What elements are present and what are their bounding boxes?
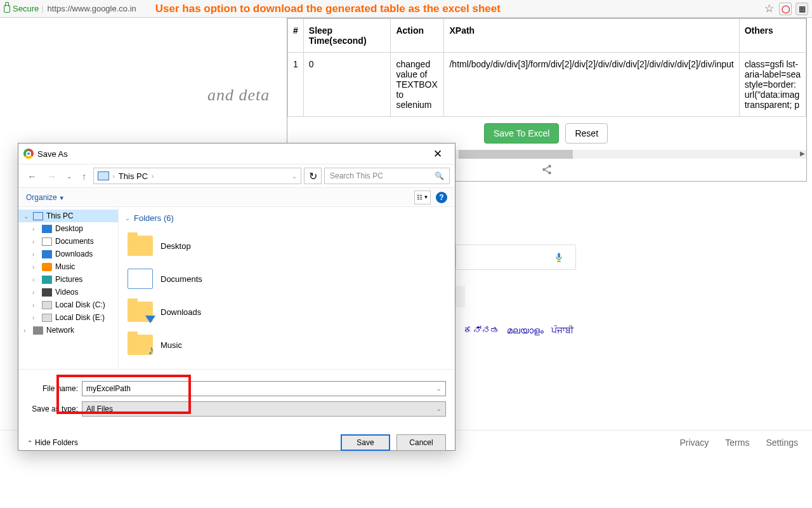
filename-input[interactable]: myExcelPath⌄ [82, 381, 446, 396]
dialog-nav: ← → ⌄ ↑ › This PC › ⌄ ↻ Search This PC 🔍 [18, 164, 455, 188]
background-text: and deta [207, 86, 270, 105]
dialog-title: Save As [37, 149, 68, 159]
lang-kn[interactable]: ಕನ್ನಡ [463, 325, 499, 335]
tree-node-network[interactable]: ›Network [18, 324, 118, 337]
dialog-titlebar[interactable]: Save As ✕ [18, 144, 455, 164]
footer-terms[interactable]: Terms [725, 438, 749, 448]
cell-others: class=gsfi lst- aria-label=sea style=bor… [739, 53, 806, 117]
tree-node-desktop[interactable]: ›Desktop [18, 222, 118, 235]
footer-privacy[interactable]: Privacy [679, 438, 709, 448]
google-search-box-fragment[interactable] [455, 244, 576, 270]
lang-ml[interactable]: മലയാളം [507, 325, 544, 335]
bookmark-star-icon[interactable]: ☆ [759, 2, 779, 15]
lock-icon [4, 5, 10, 13]
chrome-icon [23, 149, 34, 159]
tree-node-pictures[interactable]: ›Pictures [18, 273, 118, 286]
svg-rect-1 [557, 261, 560, 262]
dialog-buttons: ⌃Hide Folders Save Cancel [18, 427, 455, 458]
col-action: Action [391, 19, 444, 53]
breadcrumb-text: This PC [119, 171, 148, 181]
nav-forward-icon[interactable]: → [43, 170, 60, 183]
search-placeholder: Search This PC [330, 171, 383, 180]
folder-music[interactable]: Music [125, 328, 449, 361]
language-links: ಕನ್ನಡ മലയാളം ਪੰਜਾਬੀ [463, 325, 579, 336]
cell-action: changed value of TEXTBOX to selenium [391, 53, 444, 117]
tree-node-downloads[interactable]: ›Downloads [18, 248, 118, 260]
extension1-icon[interactable]: ◯ [779, 3, 792, 15]
cell-sleep: 0 [303, 53, 391, 117]
folders-header[interactable]: ⌄Folders (6) [125, 211, 449, 229]
col-num: # [288, 19, 304, 53]
lang-pa[interactable]: ਪੰਜਾਬੀ [551, 325, 573, 335]
table-row: 1 0 changed value of TEXTBOX to selenium… [288, 53, 806, 117]
save-to-excel-button[interactable]: Save To Excel [484, 123, 559, 144]
col-others: Others [739, 19, 806, 53]
secure-label: Secure [13, 4, 39, 13]
annotation-text: User has option to download the generate… [136, 3, 501, 15]
nav-up-icon[interactable]: ↑ [78, 170, 91, 183]
folder-desktop[interactable]: Desktop [125, 229, 449, 262]
mic-icon[interactable] [554, 250, 564, 264]
folder-downloads[interactable]: Downloads [125, 295, 449, 328]
view-options-button[interactable]: ☷▼ [414, 190, 431, 204]
nav-back-icon[interactable]: ← [23, 170, 41, 183]
browser-address-bar: Secure | https://www.google.co.in User h… [0, 0, 812, 18]
folder-tree[interactable]: ⌄This PC›Desktop›Documents›Downloads›Mus… [18, 207, 119, 369]
svg-point-2 [548, 165, 551, 168]
tree-node-local-disk-e-[interactable]: ›Local Disk (E:) [18, 311, 118, 324]
save-button[interactable]: Save [341, 434, 390, 451]
tree-node-this-pc[interactable]: ⌄This PC [18, 210, 118, 222]
svg-rect-0 [558, 260, 559, 261]
breadcrumb[interactable]: › This PC › ⌄ [93, 168, 302, 184]
actions-table: # Sleep Time(second) Action XPath Others… [287, 18, 806, 117]
dialog-toolbar: Organize▼ ☷▼ ? [18, 188, 455, 207]
folder-documents[interactable]: Documents [125, 262, 449, 295]
cell-num: 1 [288, 53, 304, 117]
svg-point-4 [548, 171, 551, 175]
filename-label: File name: [27, 384, 78, 393]
filetype-label: Save as type: [27, 404, 78, 413]
svg-point-3 [542, 168, 546, 171]
tree-node-local-disk-c-[interactable]: ›Local Disk (C:) [18, 298, 118, 311]
cancel-button[interactable]: Cancel [396, 434, 446, 451]
search-input[interactable]: Search This PC 🔍 [324, 168, 450, 184]
url-text[interactable]: https://www.google.co.in [48, 4, 136, 13]
tree-node-documents[interactable]: ›Documents [18, 235, 118, 248]
search-icon: 🔍 [435, 171, 444, 180]
organize-menu[interactable]: Organize▼ [26, 193, 65, 202]
save-as-dialog: Save As ✕ ← → ⌄ ↑ › This PC › ⌄ ↻ Search… [18, 143, 455, 451]
col-sleep: Sleep Time(second) [303, 19, 391, 53]
refresh-button[interactable]: ↻ [304, 168, 322, 184]
folder-list[interactable]: ⌄Folders (6) DesktopDocumentsDownloadsMu… [119, 207, 455, 369]
extension2-icon[interactable]: ▦ [796, 3, 808, 15]
nav-recent-icon[interactable]: ⌄ [63, 171, 75, 181]
tree-node-videos[interactable]: ›Videos [18, 286, 118, 298]
hide-folders-toggle[interactable]: ⌃Hide Folders [27, 438, 78, 447]
secure-indicator: Secure | [0, 4, 48, 13]
col-xpath: XPath [444, 19, 739, 53]
save-fields: File name: myExcelPath⌄ Save as type: Al… [18, 369, 455, 427]
footer-settings[interactable]: Settings [766, 438, 798, 448]
reset-button[interactable]: Reset [565, 123, 608, 144]
cell-xpath: /html/body/div/div[3]/form/div[2]/div[2]… [444, 53, 739, 117]
tree-node-music[interactable]: ›Music [18, 260, 118, 273]
filetype-select[interactable]: All Files⌄ [82, 401, 446, 417]
scrollbar-thumb[interactable] [459, 150, 573, 159]
close-icon[interactable]: ✕ [426, 147, 450, 161]
pc-icon [98, 171, 109, 180]
help-icon[interactable]: ? [436, 192, 447, 203]
